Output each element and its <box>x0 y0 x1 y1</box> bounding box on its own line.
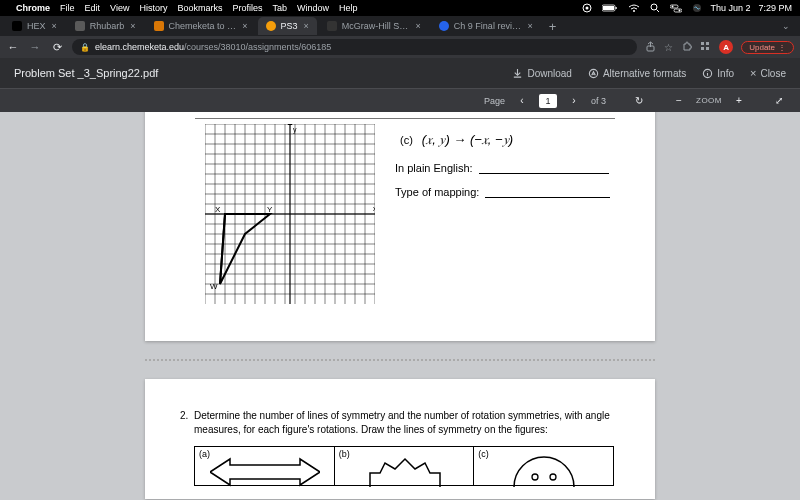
pdf-header: Problem Set _3_Spring22.pdf Download Alt… <box>0 58 800 88</box>
problem-2-text: 2. Determine the number of lines of symm… <box>180 409 620 436</box>
download-button[interactable]: Download <box>512 68 571 79</box>
menu-history[interactable]: History <box>139 3 167 13</box>
browser-toolbar: ← → ⟳ 🔒 elearn.chemeketa.edu/courses/380… <box>0 36 800 58</box>
tab-chemeketa[interactable]: Chemeketa to WOU Early C× <box>146 17 256 35</box>
svg-rect-16 <box>701 47 704 50</box>
browser-tabstrip: HEX× Rhubarb× Chemeketa to WOU Early C× … <box>0 16 800 36</box>
menu-help[interactable]: Help <box>339 3 358 13</box>
pdf-page-1: X Y W y x (c) (𝑥, 𝑦) → (−𝑥, −𝑦) In plain… <box>145 112 655 341</box>
grid-icon[interactable] <box>700 41 711 54</box>
plain-english-prompt: In plain English: <box>395 162 609 174</box>
menu-view[interactable]: View <box>110 3 129 13</box>
siri-icon[interactable] <box>692 3 702 13</box>
page-label: Page <box>484 96 505 106</box>
svg-text:X: X <box>215 205 221 214</box>
pdf-viewport[interactable]: X Y W y x (c) (𝑥, 𝑦) → (−𝑥, −𝑦) In plain… <box>0 112 800 500</box>
svg-point-6 <box>651 4 657 10</box>
battery-icon[interactable] <box>602 4 618 12</box>
profile-avatar[interactable]: A <box>719 40 733 54</box>
figure-a: (a) <box>195 447 335 485</box>
pdf-toolbar: Page ‹ › of 3 ↻ − ZOOM + ⤢ <box>0 88 800 112</box>
reload-button[interactable]: ⟳ <box>50 41 64 54</box>
svg-marker-76 <box>210 459 320 485</box>
svg-rect-4 <box>616 7 617 9</box>
close-button[interactable]: ×Close <box>750 67 786 79</box>
divider <box>195 118 615 119</box>
close-icon[interactable]: × <box>416 21 421 31</box>
address-bar[interactable]: 🔒 elearn.chemeketa.edu/courses/38010/ass… <box>72 39 637 55</box>
page-total: of 3 <box>591 96 606 106</box>
problem-c-label: (c) (𝑥, 𝑦) → (−𝑥, −𝑦) <box>400 132 513 148</box>
transformation-formula: (𝑥, 𝑦) → (−𝑥, −𝑦) <box>422 132 513 147</box>
svg-line-7 <box>657 10 660 13</box>
figure-c: (c) <box>474 447 613 485</box>
prev-page-button[interactable]: ‹ <box>515 95 529 106</box>
tab-rhubarb[interactable]: Rhubarb× <box>67 17 144 35</box>
tab-hex[interactable]: HEX× <box>4 17 65 35</box>
answer-blank <box>479 164 609 174</box>
control-center-icon[interactable] <box>670 4 682 13</box>
mac-menubar: Chrome File Edit View History Bookmarks … <box>0 0 800 16</box>
svg-point-9 <box>672 5 674 7</box>
tab-ps3[interactable]: PS3× <box>258 17 317 35</box>
app-name[interactable]: Chrome <box>16 3 50 13</box>
menu-window[interactable]: Window <box>297 3 329 13</box>
tab-flashcards[interactable]: Ch 9 Final review Flashcar× <box>431 17 541 35</box>
zoom-out-button[interactable]: − <box>672 95 686 106</box>
document-title: Problem Set _3_Spring22.pdf <box>14 67 496 79</box>
extensions-icon[interactable] <box>681 41 692 54</box>
svg-point-1 <box>586 7 589 10</box>
page-input[interactable] <box>539 94 557 108</box>
svg-rect-3 <box>603 6 614 10</box>
svg-text:Y: Y <box>267 205 273 214</box>
page-separator <box>145 359 655 361</box>
search-icon[interactable] <box>650 3 660 13</box>
url-path: /courses/38010/assignments/606185 <box>184 42 331 52</box>
svg-point-77 <box>532 474 538 480</box>
svg-marker-68 <box>288 124 293 125</box>
pdf-page-2: 2. Determine the number of lines of symm… <box>145 379 655 499</box>
next-page-button[interactable]: › <box>567 95 581 106</box>
url-host: elearn.chemeketa.edu <box>95 42 184 52</box>
close-icon[interactable]: × <box>52 21 57 31</box>
back-button[interactable]: ← <box>6 41 20 53</box>
star-icon[interactable]: ☆ <box>664 42 673 53</box>
menu-file[interactable]: File <box>60 3 75 13</box>
menubar-date[interactable]: Thu Jun 2 <box>710 3 750 13</box>
svg-rect-14 <box>701 42 704 45</box>
svg-point-78 <box>550 474 556 480</box>
wifi-icon[interactable] <box>628 4 640 13</box>
menubar-time[interactable]: 7:29 PM <box>758 3 792 13</box>
share-icon[interactable] <box>645 41 656 54</box>
svg-rect-15 <box>706 42 709 45</box>
svg-text:x: x <box>373 205 375 212</box>
forward-button[interactable]: → <box>28 41 42 53</box>
close-icon[interactable]: × <box>130 21 135 31</box>
new-tab-button[interactable]: + <box>543 19 563 34</box>
figure-b: (b) <box>335 447 475 485</box>
menu-tab[interactable]: Tab <box>272 3 287 13</box>
close-icon[interactable]: × <box>242 21 247 31</box>
type-of-mapping-prompt: Type of mapping: <box>395 186 610 198</box>
lock-icon: 🔒 <box>80 43 90 52</box>
tab-simnet[interactable]: McGraw-Hill SIMnet× <box>319 17 429 35</box>
rotate-button[interactable]: ↻ <box>632 95 646 106</box>
ruler-ticks <box>205 112 375 114</box>
svg-point-5 <box>633 10 635 12</box>
update-button[interactable]: Update⋮ <box>741 41 794 54</box>
close-icon[interactable]: × <box>304 21 309 31</box>
close-icon[interactable]: × <box>528 21 533 31</box>
svg-text:W: W <box>210 282 218 291</box>
menu-bookmarks[interactable]: Bookmarks <box>177 3 222 13</box>
fullscreen-button[interactable]: ⤢ <box>772 95 786 106</box>
info-button[interactable]: Info <box>702 68 734 79</box>
alt-formats-button[interactable]: Alternative formats <box>588 68 686 79</box>
zoom-in-button[interactable]: + <box>732 95 746 106</box>
menu-edit[interactable]: Edit <box>85 3 101 13</box>
svg-rect-10 <box>674 9 682 12</box>
screen-record-icon[interactable] <box>582 3 592 13</box>
answer-blank <box>485 188 610 198</box>
menu-profiles[interactable]: Profiles <box>232 3 262 13</box>
tab-overflow-icon[interactable]: ⌄ <box>776 21 796 31</box>
zoom-label: ZOOM <box>696 96 722 105</box>
